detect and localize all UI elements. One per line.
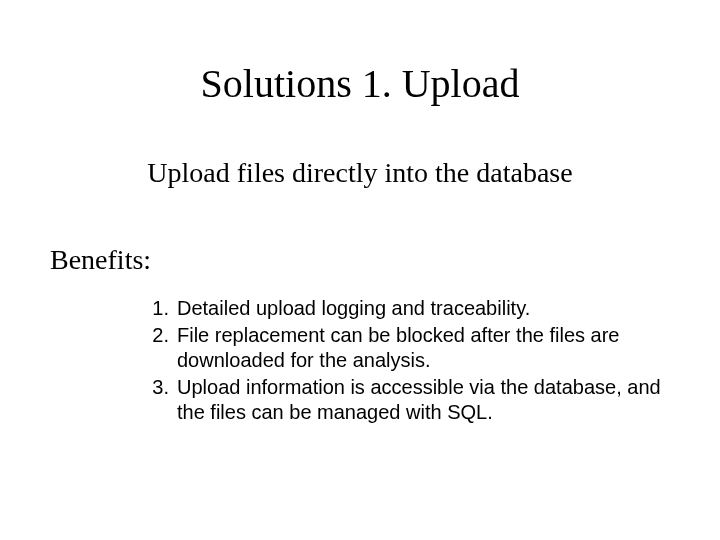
list-text: Upload information is accessible via the… xyxy=(177,376,661,423)
list-item: 2. File replacement can be blocked after… xyxy=(145,323,670,373)
list-text: File replacement can be blocked after th… xyxy=(177,324,619,371)
benefits-list: 1. Detailed upload logging and traceabil… xyxy=(50,296,670,425)
slide-title: Solutions 1. Upload xyxy=(50,60,670,107)
benefits-heading: Benefits: xyxy=(50,244,670,276)
list-item: 1. Detailed upload logging and traceabil… xyxy=(145,296,670,321)
list-number: 2. xyxy=(145,323,169,348)
list-number: 1. xyxy=(145,296,169,321)
slide-subtitle: Upload files directly into the database xyxy=(100,157,620,189)
list-item: 3. Upload information is accessible via … xyxy=(145,375,670,425)
list-number: 3. xyxy=(145,375,169,400)
list-text: Detailed upload logging and traceability… xyxy=(177,297,530,319)
